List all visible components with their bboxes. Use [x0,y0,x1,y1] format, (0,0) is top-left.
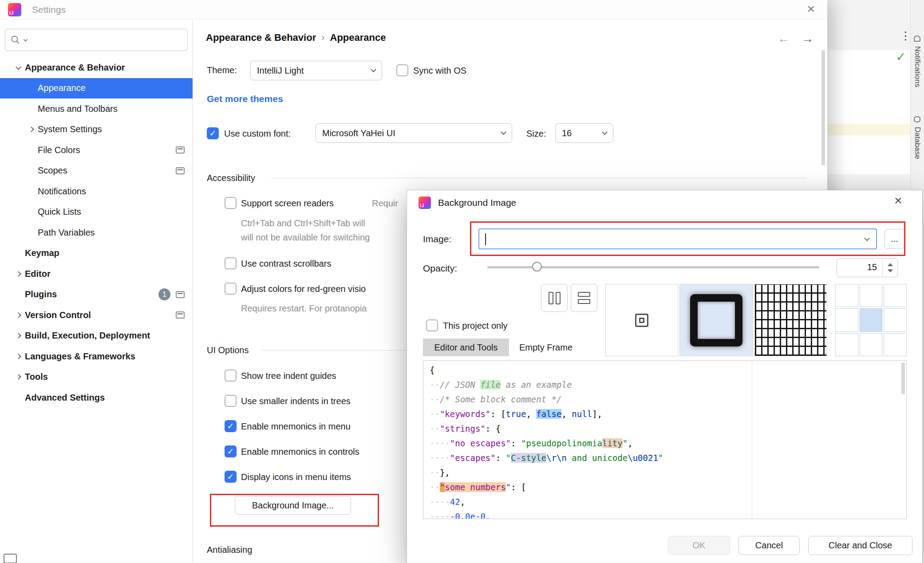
code-scrollbar[interactable] [901,362,905,394]
ok-button[interactable]: OK [668,536,730,555]
sidebar-item-advanced-settings[interactable]: Advanced Settings [0,387,193,408]
enable-mnemonics-menu-checkbox[interactable] [225,420,237,432]
fill-mode-tile-thumbnail[interactable] [754,284,827,356]
image-path-combobox[interactable] [478,228,877,249]
back-arrow-icon[interactable]: ← [778,33,790,45]
more-menu-icon[interactable]: ⋮ [900,29,911,42]
tab-empty-frame[interactable]: Empty Frame [509,339,583,356]
opacity-value-field[interactable]: 15 [837,258,898,277]
anchor-cell[interactable] [884,333,907,356]
font-select[interactable]: Microsoft YaHei UI [316,123,512,143]
search-history-chevron-icon[interactable] [24,37,28,42]
ui-options-section-title: UI Options [207,345,249,355]
use-contrast-scrollbars-label[interactable]: Use contrast scrollbars [241,259,331,269]
fill-mode-center-thumbnail[interactable] [605,284,678,356]
chevron-down-icon[interactable] [864,236,870,241]
breadcrumb-separator: › [321,32,324,43]
sidebar-item-languages-frameworks[interactable]: Languages & Frameworks [0,346,193,367]
sidebar-item-path-variables[interactable]: Path Variables [0,222,193,243]
chevron-right-icon[interactable] [16,312,21,318]
search-input[interactable] [5,29,188,51]
use-smaller-indents-label[interactable]: Use smaller indents in trees [241,396,351,406]
adjust-colors-label[interactable]: Adjust colors for red-green visio [241,284,366,294]
enable-mnemonics-controls-label[interactable]: Enable mnemonics in controls [241,447,359,457]
dialog-close-icon[interactable]: × [894,194,902,207]
this-project-only-label[interactable]: This project only [443,321,508,331]
sidebar-item-plugins[interactable]: Plugins 1 [0,284,193,305]
database-icon[interactable] [914,116,920,122]
sync-with-os-label[interactable]: Sync with OS [413,66,466,76]
tool-window-database[interactable]: Database [913,127,922,159]
support-screen-readers-checkbox[interactable] [225,197,237,209]
opacity-slider-thumb[interactable] [532,262,542,272]
sidebar-item-scopes[interactable]: Scopes [0,161,193,181]
anchor-cell[interactable] [835,333,858,356]
chevron-down-icon[interactable] [16,64,21,70]
enable-mnemonics-menu-label[interactable]: Enable mnemonics in menu [241,421,351,432]
chevron-right-icon[interactable] [16,354,21,359]
anchor-cell-selected[interactable] [860,308,883,331]
sidebar-item-editor[interactable]: Editor [0,264,193,284]
code-line: ····"no escapes": "pseudopolinomiality", [430,436,900,451]
breadcrumb-current[interactable]: Appearance [330,32,386,43]
use-smaller-indents-checkbox[interactable] [225,395,237,407]
sidebar-item-quick-lists[interactable]: Quick Lists [0,202,193,223]
split-columns-button[interactable] [541,284,568,312]
cancel-button[interactable]: Cancel [738,536,800,555]
display-icons-menu-label[interactable]: Display icons in menu items [241,472,351,482]
sidebar-item-appearance[interactable]: Appearance [0,78,193,99]
notifications-icon[interactable] [914,35,920,42]
background-image-button[interactable]: Background Image... [235,496,351,515]
code-line: { [430,363,900,378]
window-close-icon[interactable]: × [807,2,815,16]
anchor-cell[interactable] [835,308,858,331]
sidebar-item-notifications[interactable]: Notifications [0,181,193,202]
size-select[interactable]: 16 [555,123,613,143]
sidebar-item-file-colors[interactable]: File Colors [0,140,193,161]
background-image-button-label: Background Image... [252,500,334,511]
chevron-right-icon[interactable] [16,374,21,380]
sidebar-item-menus-toolbars[interactable]: Menus and Toolbars [0,98,193,119]
use-contrast-scrollbars-checkbox[interactable] [225,257,237,269]
get-more-themes-link[interactable]: Get more themes [207,94,283,104]
opacity-slider[interactable] [487,261,819,273]
breadcrumb-parent[interactable]: Appearance & Behavior [206,32,316,43]
browse-button[interactable]: ... [885,229,904,249]
forward-arrow-icon[interactable]: → [802,33,813,45]
sync-with-os-checkbox[interactable] [396,64,408,76]
chevron-right-icon[interactable] [16,271,21,277]
tab-editor-and-tools[interactable]: Editor and Tools [423,339,509,356]
tool-window-notifications[interactable]: Notifications [913,46,922,87]
sidebar-item-appearance-behavior[interactable]: Appearance & Behavior [0,57,193,78]
show-tree-indent-guides-label[interactable]: Show tree indent guides [241,371,336,381]
sidebar-corner-icon[interactable] [4,554,17,563]
anchor-cell[interactable] [835,284,858,307]
main-scrollbar[interactable] [821,50,825,165]
display-icons-menu-checkbox[interactable] [225,471,237,483]
use-custom-font-checkbox[interactable] [207,127,219,139]
spinner-down-icon[interactable] [888,269,893,272]
support-screen-readers-label[interactable]: Support screen readers [241,198,334,209]
chevron-right-icon[interactable] [16,333,21,339]
this-project-only-checkbox[interactable] [426,319,438,331]
use-custom-font-label[interactable]: Use custom font: [224,129,291,139]
sidebar-item-system-settings[interactable]: System Settings [0,119,193,140]
chevron-right-icon[interactable] [28,126,34,132]
split-rows-button[interactable] [571,284,597,312]
anchor-cell[interactable] [860,284,883,307]
size-label: Size: [526,129,546,139]
sidebar-item-version-control[interactable]: Version Control [0,305,193,326]
enable-mnemonics-controls-checkbox[interactable] [225,445,237,457]
fill-mode-scale-thumbnail[interactable] [679,284,753,356]
spinner-up-icon[interactable] [888,263,893,266]
anchor-cell[interactable] [884,284,907,307]
theme-select[interactable]: IntelliJ Light [250,61,382,80]
anchor-cell[interactable] [860,333,883,356]
clear-and-close-button[interactable]: Clear and Close [808,536,912,555]
show-tree-indent-guides-checkbox[interactable] [225,370,237,382]
sidebar-item-keymap[interactable]: Keymap [0,243,193,264]
sidebar-item-build-execution-deployment[interactable]: Build, Execution, Deployment [0,326,193,346]
adjust-colors-checkbox[interactable] [225,283,237,295]
sidebar-item-tools[interactable]: Tools [0,367,193,388]
anchor-cell[interactable] [884,308,907,331]
